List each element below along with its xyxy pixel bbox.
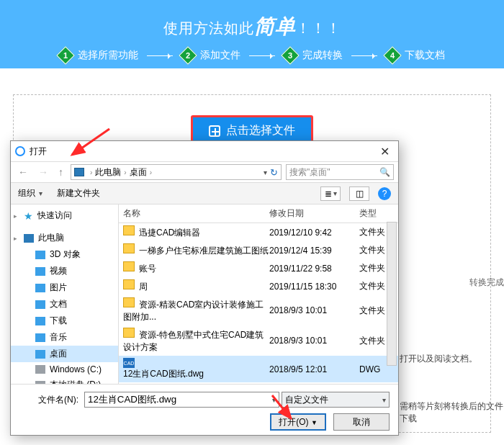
file-open-dialog: 打开 ✕ ← → ↑ › 此电脑 › 桌面 › ▾ ↻ 搜索"桌面" 🔍 组织 … [10, 140, 399, 436]
file-row[interactable]: 迅捷CAD编辑器2019/12/10 9:42文件夹 [119, 223, 398, 241]
list-header[interactable]: 名称 修改日期 类型 [119, 204, 398, 223]
tree-item[interactable]: ▸此电脑 [11, 230, 118, 246]
chevron-down-icon[interactable]: ▾ [264, 168, 267, 176]
step-label: 添加文件 [200, 49, 240, 62]
blue-icon [35, 251, 45, 259]
file-row[interactable]: 资源-精装CAD室内设计装修施工图附加...2018/9/3 10:01文件夹 [119, 295, 398, 325]
view-mode-button[interactable]: ≣▾ [320, 186, 341, 201]
open-button[interactable]: 打开(O) ▼ [270, 413, 326, 431]
tree-item[interactable]: 3D 对象 [11, 246, 118, 263]
top-banner: 使用方法如此简单！！！ 1选择所需功能2添加文件3完成转换4下载文档 [0, 0, 504, 68]
file-date: 2019/12/4 15:39 [269, 246, 359, 256]
tree-item[interactable]: 视频 [11, 263, 118, 279]
dialog-navbar: ← → ↑ › 此电脑 › 桌面 › ▾ ↻ 搜索"桌面" 🔍 [11, 161, 398, 183]
file-name: 迅捷CAD编辑器 [123, 225, 269, 239]
dialog-body: ▸★快速访问▸此电脑3D 对象视频图片文档下载音乐桌面Windows (C:)本… [11, 204, 398, 384]
dialog-titlebar: 打开 ✕ [11, 141, 398, 161]
search-input[interactable]: 搜索"桌面" 🔍 [286, 164, 394, 180]
tree-item[interactable]: 本地磁盘 (D:) [11, 377, 118, 384]
file-date: 2018/9/3 10:01 [269, 305, 359, 315]
dialog-footer: 文件名(N): ▾ 自定义文件 ▾ 打开(O) ▼ 取消 [11, 384, 398, 435]
file-row[interactable]: 一梯多户住宅标准层建筑施工图纸2019/12/4 15:39文件夹 [119, 241, 398, 259]
cad-file-icon: CAD [123, 358, 135, 368]
path-breadcrumb[interactable]: › 此电脑 › 桌面 › ▾ ↻ [71, 164, 282, 180]
chevron-down-icon[interactable]: ▾ [272, 396, 276, 404]
folder-icon [123, 261, 135, 271]
plus-icon [209, 125, 220, 137]
path-root[interactable]: 此电脑 [95, 166, 121, 179]
banner-steps: 1选择所需功能2添加文件3完成转换4下载文档 [0, 49, 504, 62]
tree-item[interactable]: 下载 [11, 313, 118, 329]
preview-pane-button[interactable]: ◫ [349, 186, 369, 201]
pc-icon [24, 234, 34, 243]
banner-title-prefix: 使用方法如此 [163, 20, 254, 36]
nav-forward-icon[interactable]: → [35, 166, 51, 178]
path-folder[interactable]: 桌面 [130, 166, 147, 179]
refresh-icon[interactable]: ↻ [270, 167, 278, 178]
tree-item[interactable]: Windows (C:) [11, 362, 118, 377]
step-4: 4下载文档 [386, 49, 445, 62]
step-label: 下载文档 [405, 49, 445, 62]
help-icon[interactable]: ? [378, 187, 391, 200]
disk-icon [35, 365, 45, 374]
banner-title-suffix: ！！！ [296, 20, 341, 36]
file-row[interactable]: 资源-特色别墅中式住宅CAD建筑设计方案2018/9/3 10:01文件夹 [119, 325, 398, 356]
col-date[interactable]: 修改日期 [269, 207, 359, 220]
file-row[interactable]: 账号2019/11/22 9:58文件夹 [119, 259, 398, 277]
chevron-down-icon: ▾ [382, 396, 386, 404]
file-row[interactable]: 周2019/11/15 18:30文件夹 [119, 277, 398, 295]
tree-item[interactable]: ▸★快速访问 [11, 207, 118, 224]
tree-item[interactable]: 音乐 [11, 329, 118, 346]
hint-wait-download: 需稍等片刻将转换后的文件下载 [400, 400, 504, 425]
col-type[interactable]: 类型 [359, 207, 394, 220]
banner-title: 使用方法如此简单！！！ [0, 0, 504, 40]
file-type-filter[interactable]: 自定义文件 ▾ [282, 392, 390, 408]
pc-icon [74, 168, 84, 176]
file-date: 2019/12/10 9:42 [269, 228, 359, 238]
new-folder-button[interactable]: 新建文件夹 [57, 187, 100, 199]
star-icon: ★ [24, 212, 33, 220]
chevron-right-icon: › [124, 168, 126, 176]
col-name[interactable]: 名称 [123, 207, 269, 220]
browser-icon [15, 146, 25, 156]
scrollbar[interactable] [387, 222, 397, 366]
file-date: 2018/9/5 12:01 [269, 364, 359, 374]
step-2: 2添加文件 [181, 49, 240, 62]
chevron-right-icon[interactable]: ▸ [14, 235, 17, 242]
nav-up-icon[interactable]: ↑ [55, 166, 66, 178]
select-file-label: 点击选择文件 [226, 123, 295, 138]
file-list[interactable]: 名称 修改日期 类型 迅捷CAD编辑器2019/12/10 9:42文件夹一梯多… [119, 204, 398, 384]
nav-back-icon[interactable]: ← [15, 166, 31, 178]
dialog-toolbar: 组织 ▾ 新建文件夹 ≣▾ ◫ ? [11, 183, 398, 204]
tree-label: 此电脑 [38, 232, 64, 244]
chevron-right-icon[interactable]: ▸ [14, 212, 17, 220]
file-row[interactable]: CAD12生肖CAD图纸.dwg2018/9/5 12:01DWG [119, 356, 398, 382]
organize-menu[interactable]: 组织 ▾ [18, 187, 42, 199]
tree-label: 桌面 [50, 348, 67, 360]
step-diamond-icon: 1 [56, 46, 74, 64]
convert-done-text: 转换完成 [469, 277, 504, 289]
file-name: 账号 [123, 261, 269, 275]
arrow-right-icon [351, 55, 377, 56]
folder-icon [123, 279, 135, 289]
tree-label: 音乐 [50, 331, 67, 343]
tree-item[interactable]: 桌面 [11, 346, 118, 362]
file-row[interactable]: CADCAD施工图图纸.dwg2019/7/11 17:44DWG [119, 382, 398, 384]
filename-input[interactable] [84, 392, 279, 408]
folder-icon [123, 328, 135, 338]
step-label: 选择所需功能 [78, 49, 138, 62]
arrow-right-icon [147, 55, 173, 56]
tree-item[interactable]: 文档 [11, 296, 118, 313]
blue-icon [35, 333, 45, 342]
file-date: 2018/9/3 10:01 [269, 336, 359, 346]
arrow-right-icon [249, 55, 275, 56]
blue-icon [35, 317, 45, 325]
cancel-button[interactable]: 取消 [333, 413, 390, 431]
step-diamond-icon: 3 [281, 46, 299, 64]
folder-tree[interactable]: ▸★快速访问▸此电脑3D 对象视频图片文档下载音乐桌面Windows (C:)本… [11, 204, 119, 384]
tree-label: 本地磁盘 (D:) [50, 379, 101, 384]
file-date: 2019/11/15 18:30 [269, 282, 359, 292]
tree-label: 视频 [50, 265, 67, 277]
close-icon[interactable]: ✕ [376, 145, 394, 158]
tree-item[interactable]: 图片 [11, 279, 118, 296]
